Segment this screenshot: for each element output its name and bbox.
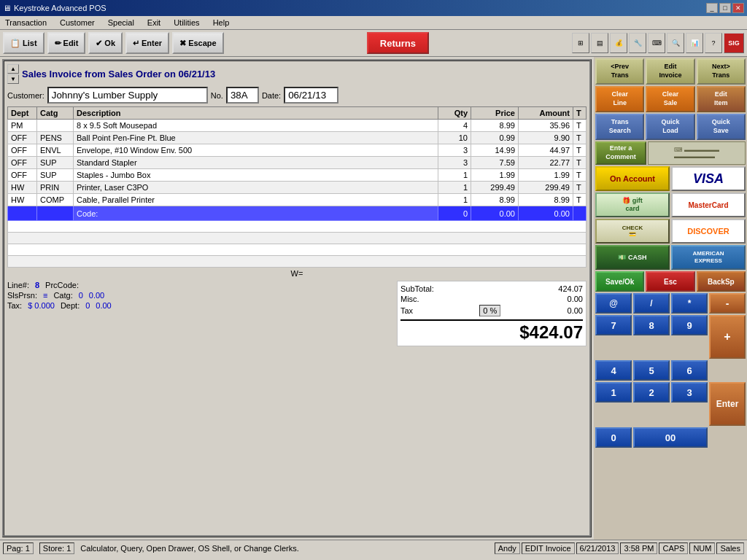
status-date: 6/21/2013	[576, 542, 619, 554]
invoice-number-input[interactable]	[226, 87, 259, 104]
seven-button[interactable]: 7	[595, 315, 632, 335]
plus-button[interactable]: +	[709, 315, 746, 359]
scroll-down-button[interactable]: ▼	[7, 74, 19, 84]
prccode-label: PrcCode:	[45, 281, 79, 289]
table-row-empty	[8, 233, 587, 244]
customer-input[interactable]	[47, 87, 208, 104]
action-buttons-row3: TransSearch QuickLoad QuickSave	[595, 114, 746, 140]
edit-invoice-button[interactable]: EditInvoice	[646, 58, 694, 85]
date-label: Date:	[262, 91, 281, 100]
invoice-stats: Line#: 8 PrcCode: SlsPrsn: ≡ Catg: 0 0.0…	[7, 281, 394, 346]
enter-button[interactable]: ↵ Enter	[125, 32, 169, 54]
amex-button[interactable]: AMERICANEXPRESS	[671, 245, 746, 270]
check-button[interactable]: CHECK💳	[595, 219, 670, 244]
table-row[interactable]: HW COMP Cable, Parallel Printer 1 8.99 8…	[8, 194, 587, 206]
clear-sale-button[interactable]: ClearSale	[646, 86, 694, 112]
edit-button[interactable]: ✏ Edit	[47, 32, 86, 54]
active-entry-row[interactable]: Code: 0 0.00 0.00	[8, 206, 587, 221]
eight-button[interactable]: 8	[633, 315, 670, 335]
next-trans-button[interactable]: Next>Trans	[697, 58, 746, 85]
table-row[interactable]: OFF ENVL Envelope, #10 Window Env. 500 3…	[8, 144, 587, 157]
nav-buttons-row1: <PrevTrans EditInvoice Next>Trans	[595, 58, 746, 85]
multiply-button[interactable]: *	[671, 293, 708, 314]
calc-456-row: 4 5 6	[595, 360, 746, 381]
minus-button[interactable]: -	[709, 293, 746, 314]
backsp-button[interactable]: BackSp	[697, 271, 746, 292]
one-button[interactable]: 1	[595, 382, 632, 402]
tb-icon-4[interactable]: 🔧	[629, 33, 646, 53]
table-row[interactable]: HW PRIN Printer, Laser C3PO 1 299.49 299…	[8, 182, 587, 194]
status-time: 3:58 PM	[620, 542, 657, 554]
mastercard-button[interactable]: MasterCard	[671, 192, 746, 217]
six-button[interactable]: 6	[671, 360, 708, 381]
at-button[interactable]: @	[595, 293, 632, 314]
list-icon: 📋	[10, 39, 20, 48]
slsprsn-value: ≡	[43, 291, 47, 300]
misc-label: Misc.	[400, 295, 419, 303]
discover-button[interactable]: DISCOVER	[671, 219, 746, 244]
quick-save-button[interactable]: QuickSave	[697, 114, 746, 140]
zero-button[interactable]: 0	[595, 427, 632, 448]
tax-label: Tax	[400, 306, 413, 315]
tb-icon-7[interactable]: 📊	[686, 33, 703, 53]
list-button[interactable]: 📋 List	[3, 32, 44, 54]
enter-comment-button[interactable]: Enter aComment	[595, 141, 646, 165]
tb-icon-1[interactable]: ⊞	[572, 33, 589, 53]
edit-item-button[interactable]: EditItem	[697, 86, 746, 112]
tb-icon-6[interactable]: 🔍	[667, 33, 684, 53]
table-row[interactable]: PM 8 x 9.5 Soft Mousepad 4 8.99 35.96 T	[8, 120, 587, 132]
right-panel: <PrevTrans EditInvoice Next>Trans ClearL…	[594, 57, 747, 540]
edit-icon: ✏	[55, 39, 61, 48]
five-button[interactable]: 5	[633, 360, 670, 381]
calc-enter-button[interactable]: Enter	[709, 382, 746, 426]
scroll-up-button[interactable]: ▲	[7, 64, 19, 74]
returns-button[interactable]: Returns	[367, 32, 429, 54]
slash-button[interactable]: /	[633, 293, 670, 314]
cash-button[interactable]: 💵 CASH	[595, 245, 670, 270]
menu-customer[interactable]: Customer	[58, 18, 97, 28]
code-input[interactable]	[100, 208, 173, 219]
visa-button[interactable]: VISA	[671, 166, 746, 191]
dept-value: 0	[85, 301, 90, 310]
tb-icon-2[interactable]: ▤	[591, 33, 608, 53]
tb-icon-3[interactable]: 💰	[610, 33, 627, 53]
table-row-empty	[8, 221, 587, 233]
escape-button[interactable]: ✖ Escape	[172, 32, 224, 54]
enter-icon: ↵	[133, 39, 139, 48]
tb-icon-5[interactable]: ⌨	[648, 33, 665, 53]
menu-utilities[interactable]: Utilities	[171, 18, 201, 28]
two-button[interactable]: 2	[633, 382, 670, 402]
four-button[interactable]: 4	[595, 360, 632, 381]
menu-help[interactable]: Help	[211, 18, 232, 28]
gift-card-button[interactable]: 🎁 giftcard	[595, 192, 670, 217]
on-account-button[interactable]: On Account	[595, 166, 670, 191]
table-row[interactable]: OFF SUP Standard Stapler 3 7.59 22.77 T	[8, 157, 587, 169]
ok-button[interactable]: ✔ Ok	[88, 32, 123, 54]
close-button[interactable]: ✕	[732, 3, 744, 13]
tb-icon-8[interactable]: ?	[705, 33, 722, 53]
clear-line-button[interactable]: ClearLine	[595, 86, 644, 112]
invoice-date-input[interactable]	[284, 87, 338, 104]
code-label: Code:	[77, 209, 98, 218]
toolbar: 📋 List ✏ Edit ✔ Ok ↵ Enter ✖ Escape Retu…	[0, 30, 747, 57]
tb-icon-9[interactable]: SIG	[724, 33, 744, 53]
menu-special[interactable]: Special	[106, 18, 136, 28]
menu-transaction[interactable]: Transaction	[3, 18, 49, 28]
window-controls: _ □ ✕	[706, 3, 744, 13]
doublezero-button[interactable]: 00	[633, 427, 708, 448]
table-row[interactable]: OFF SUP Staples - Jumbo Box 1 1.99 1.99 …	[8, 169, 587, 182]
tax-field-label: Tax:	[7, 301, 22, 310]
quick-load-button[interactable]: QuickLoad	[646, 114, 694, 140]
prev-trans-button[interactable]: <PrevTrans	[595, 58, 644, 85]
maximize-button[interactable]: □	[719, 3, 731, 13]
three-button[interactable]: 3	[671, 382, 708, 402]
minimize-button[interactable]: _	[706, 3, 718, 13]
status-page: Pag: 1	[3, 542, 34, 554]
trans-search-button[interactable]: TransSearch	[595, 114, 644, 140]
save-ok-button[interactable]: Save/Ok	[595, 271, 644, 292]
menu-exit[interactable]: Exit	[145, 18, 163, 28]
col-header-desc: Description	[74, 107, 438, 120]
table-row[interactable]: OFF PENS Ball Point Pen-Fine Pt. Blue 10…	[8, 132, 587, 144]
esc-calc-button[interactable]: Esc	[646, 271, 694, 292]
nine-button[interactable]: 9	[671, 315, 708, 335]
